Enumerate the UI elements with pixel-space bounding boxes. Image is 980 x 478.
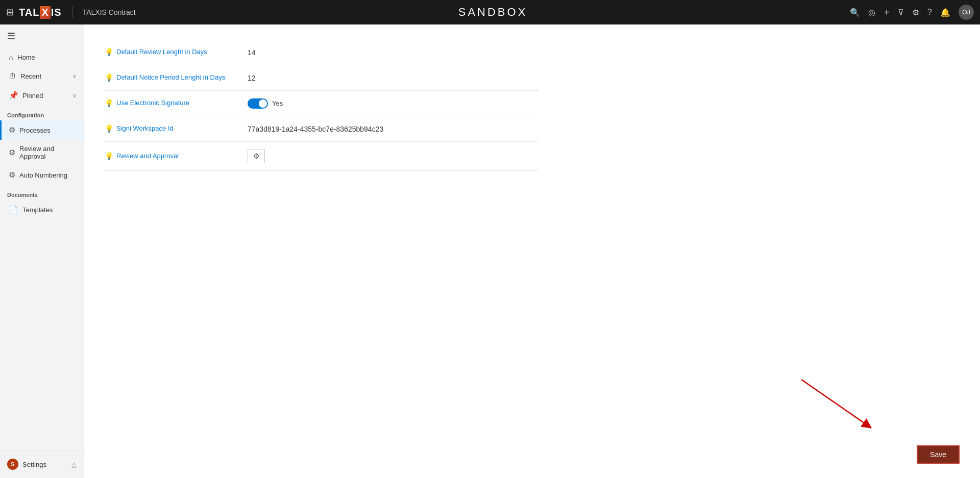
save-button-area: Save (917, 445, 960, 464)
settings-icon[interactable]: ⚙ (912, 8, 919, 17)
field-row-review-approval: 💡 Review and Approval ⚙ (105, 142, 538, 171)
info-icon-review-length: 💡 (105, 48, 113, 56)
sidebar-item-templates[interactable]: 📄 Templates (0, 200, 84, 219)
config-section-label: Configuration (0, 105, 84, 120)
user-avatar[interactable]: OJ (959, 5, 974, 20)
info-icon-notice-period: 💡 (105, 73, 113, 82)
brand-logo: TALXIS (19, 6, 62, 19)
settings-avatar: S (7, 459, 18, 470)
target-icon[interactable]: ◎ (868, 8, 875, 17)
field-row-notice-period: 💡 Default Notice Period Lenght in Days 1… (105, 65, 538, 91)
review-icon: ⚙ (9, 148, 15, 157)
sidebar-label-processes: Processes (19, 127, 77, 134)
topnav-actions: 🔍 ◎ + ⊽ ⚙ ? 🔔 OJ (850, 5, 974, 20)
help-icon[interactable]: ? (927, 8, 932, 17)
info-icon-review-approval: 💡 (105, 152, 113, 160)
sidebar-toggle[interactable]: ☰ (0, 24, 84, 48)
sidebar-item-recent[interactable]: ⏱ Recent ∨ (0, 67, 84, 86)
chevron-up-icon: △ (71, 461, 77, 468)
field-row-default-review-length: 💡 Default Review Lenght in Days 14 (105, 40, 538, 65)
sidebar-item-auto-numbering[interactable]: ⚙ Auto Numbering (0, 165, 84, 185)
recent-icon: ⏱ (9, 72, 16, 81)
sidebar-settings-item[interactable]: S Settings △ (0, 455, 84, 474)
waffle-icon[interactable]: ⊞ (6, 7, 14, 18)
electronic-signature-toggle[interactable] (248, 98, 268, 109)
docs-section-label: Documents (0, 185, 84, 200)
main-layout: ☰ ⌂ Home ⏱ Recent ∨ 📌 Pinned ∨ Configura… (0, 24, 980, 478)
processes-icon: ⚙ (9, 125, 15, 135)
search-icon[interactable]: 🔍 (850, 8, 860, 17)
field-value-signature: Yes (248, 98, 538, 109)
field-label-col-review-length: 💡 Default Review Lenght in Days (105, 48, 248, 57)
sidebar-item-home[interactable]: ⌂ Home (0, 48, 84, 67)
toggle-label-yes: Yes (272, 99, 283, 107)
sidebar-label-templates: Templates (22, 206, 77, 214)
chevron-down-icon-2: ∨ (72, 92, 77, 99)
field-label-signi: Signi Workspace Id (116, 124, 174, 133)
sidebar-label-pinned: Pinned (22, 92, 68, 99)
field-label-review-approval: Review and Approval (116, 152, 179, 161)
sidebar: ☰ ⌂ Home ⏱ Recent ∨ 📌 Pinned ∨ Configura… (0, 24, 84, 478)
home-icon: ⌂ (9, 53, 13, 62)
sidebar-item-pinned[interactable]: 📌 Pinned ∨ (0, 86, 84, 105)
templates-icon: 📄 (9, 205, 18, 214)
field-row-signi-workspace: 💡 Signi Workspace Id 77a3d819-1a24-4355-… (105, 116, 538, 142)
sidebar-bottom: S Settings △ (0, 450, 84, 478)
field-value-review-length: 14 (248, 48, 538, 57)
filter-icon[interactable]: ⊽ (898, 8, 904, 17)
toggle-container-signature: Yes (248, 98, 538, 109)
sidebar-label-review: Review and Approval (19, 145, 77, 160)
field-label-signature: Use Electronic Signature (116, 99, 189, 108)
pin-icon: 📌 (9, 91, 18, 100)
field-label-notice-period: Default Notice Period Lenght in Days (116, 73, 225, 82)
sidebar-item-processes[interactable]: ⚙ Processes (0, 120, 84, 140)
top-navigation: ⊞ TALXIS TALXIS Contract SANDBOX 🔍 ◎ + ⊽… (0, 0, 980, 24)
field-label-review-length: Default Review Lenght in Days (116, 48, 207, 57)
sandbox-label: SANDBOX (136, 6, 850, 19)
plus-icon[interactable]: + (884, 7, 890, 18)
nav-divider (72, 6, 72, 18)
sidebar-label-autonumber: Auto Numbering (19, 171, 77, 179)
content-area: 💡 Default Review Lenght in Days 14 💡 Def… (84, 24, 980, 478)
form-section: 💡 Default Review Lenght in Days 14 💡 Def… (105, 40, 538, 171)
field-value-notice-period: 12 (248, 74, 538, 82)
sidebar-label-home: Home (17, 54, 77, 61)
app-name: TALXIS Contract (83, 8, 136, 16)
sidebar-label-settings: Settings (22, 461, 67, 468)
brand-text: TALXIS (19, 6, 62, 19)
field-value-signi: 77a3d819-1a24-4355-bc7e-83625bb94c23 (248, 125, 538, 133)
field-label-col-signature: 💡 Use Electronic Signature (105, 99, 248, 108)
field-value-review-approval: ⚙ (248, 149, 538, 163)
review-approval-gear-button[interactable]: ⚙ (248, 149, 265, 163)
field-label-col-review-approval: 💡 Review and Approval (105, 152, 248, 161)
sidebar-label-recent: Recent (20, 72, 68, 80)
field-label-col-notice-period: 💡 Default Notice Period Lenght in Days (105, 73, 248, 82)
bell-icon[interactable]: 🔔 (940, 8, 950, 17)
autonumber-icon: ⚙ (9, 170, 15, 180)
info-icon-signi: 💡 (105, 124, 113, 133)
sidebar-item-review-approval[interactable]: ⚙ Review and Approval (0, 140, 84, 165)
info-icon-signature: 💡 (105, 99, 113, 107)
field-label-col-signi: 💡 Signi Workspace Id (105, 124, 248, 133)
field-row-electronic-signature: 💡 Use Electronic Signature Yes (105, 91, 538, 116)
save-button[interactable]: Save (917, 445, 960, 464)
toggle-knob (259, 99, 267, 108)
chevron-down-icon: ∨ (72, 73, 77, 80)
